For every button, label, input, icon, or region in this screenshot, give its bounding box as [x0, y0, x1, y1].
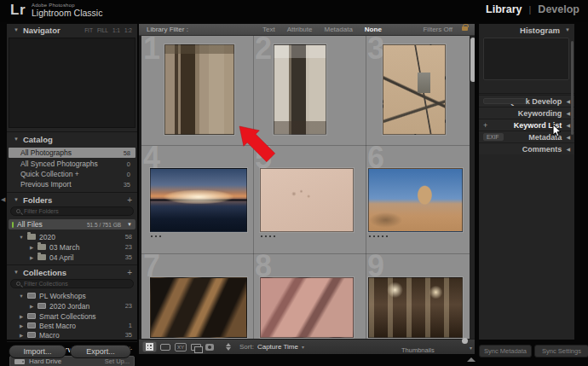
folder-item-03-march[interactable]: ▶ 03 March 23	[9, 242, 135, 252]
navigator-header[interactable]: ▼ Navigator FIT FILL 1:1 1:2	[7, 24, 137, 36]
set-up-link[interactable]: Set Up...	[105, 357, 130, 365]
photo-thumbnail-mosque-dusk-reflection[interactable]	[150, 168, 247, 232]
expand-arrow-icon[interactable]: ▶	[29, 255, 34, 260]
add-folder-button[interactable]: +	[127, 195, 132, 205]
panel-quick-develop[interactable]: Quick Develop ◀	[479, 95, 574, 107]
collection-item-macro[interactable]: ▶ Macro 35	[9, 330, 135, 340]
folder-count: 23	[125, 243, 135, 251]
sync-settings-button[interactable]: Sync Settings	[534, 345, 588, 357]
panel-comments[interactable]: Comments ◀	[479, 142, 574, 154]
collection-item-pl-workshops[interactable]: ▼ PL Workshops	[9, 291, 135, 300]
folder-item-04-april[interactable]: ▶ 04 April 35	[9, 253, 135, 262]
grid-view-button[interactable]	[143, 342, 156, 351]
sync-metadata-button[interactable]: Sync Metadata	[479, 345, 532, 357]
export-button[interactable]: Export...	[70, 345, 131, 358]
panel-keywording[interactable]: Keywording ◀	[479, 107, 574, 119]
navigator-preview[interactable]	[9, 38, 135, 128]
collection-icon	[37, 303, 46, 309]
hard-drive-icon	[14, 359, 25, 364]
sort-direction-button[interactable]	[226, 343, 231, 351]
collection-item-2020-jordan[interactable]: ▶ 2020 Jordan 23	[9, 301, 135, 311]
filmstrip-reveal-arrow[interactable]	[467, 357, 476, 362]
metadata-view-dropdown[interactable]: EXIF	[483, 133, 504, 141]
folders-header[interactable]: ▼ Folders +	[7, 194, 137, 206]
compare-view-button[interactable]: XY	[175, 343, 187, 351]
grid-cell-4[interactable]: 4	[141, 145, 253, 253]
expand-arrow-icon[interactable]: ▶	[19, 333, 24, 338]
thumbnail-slider-knob[interactable]	[462, 338, 468, 344]
volume-all-files[interactable]: All Files 51.5 / 751 GB ▼	[9, 219, 135, 229]
grid-cell-2[interactable]: 2	[253, 36, 366, 145]
grid-cell-7[interactable]: 7	[141, 253, 253, 339]
histogram-header[interactable]: Histogram ▼	[479, 24, 574, 36]
collection-item-smart-collections[interactable]: ▶ Smart Collections	[9, 311, 135, 321]
zoom-1-2[interactable]: 1:2	[124, 27, 132, 33]
filter-option-attribute[interactable]: Attribute	[287, 26, 313, 33]
module-develop[interactable]: Develop	[538, 3, 579, 15]
filters-off-dropdown[interactable]: Filters Off	[423, 26, 453, 33]
catalog-item-all-synced[interactable]: All Synced Photographs 0	[9, 159, 135, 169]
expand-arrow-icon[interactable]: ▶	[19, 314, 24, 319]
photo-thumbnail-abandoned-interior-doorway[interactable]	[164, 44, 234, 135]
survey-view-button[interactable]	[191, 342, 201, 351]
grid-cell-6[interactable]: 6	[366, 145, 470, 253]
photo-thumbnail-camel-portrait[interactable]	[368, 168, 463, 232]
histogram-display[interactable]	[483, 38, 569, 80]
catalog-header[interactable]: ▼ Catalog	[7, 133, 137, 145]
grid-cell-3[interactable]: 3	[366, 36, 470, 145]
expand-arrow-icon[interactable]: ▼	[19, 293, 24, 299]
panel-expand-icon[interactable]: ◀	[566, 122, 570, 128]
module-library[interactable]: Library	[486, 3, 522, 15]
grid-cell-8[interactable]: 8	[253, 253, 366, 339]
collection-item-best-macro[interactable]: ▶ Best Macro 1	[9, 321, 135, 330]
add-keyword-button[interactable]: +	[483, 121, 487, 130]
grid-cell-5[interactable]: 5	[253, 145, 366, 253]
catalog-item-all-photographs[interactable]: All Photographs 58	[9, 148, 135, 158]
toolbar-options-chevron[interactable]: ▾	[470, 345, 472, 351]
photo-thumbnail-wall-opening-staircase[interactable]	[274, 44, 326, 135]
filter-option-text[interactable]: Text	[262, 26, 275, 33]
sort-value-dropdown[interactable]: Capture Time	[257, 343, 298, 351]
photo-thumbnail-sand-texture-tracks[interactable]	[260, 168, 354, 232]
panel-expand-icon[interactable]: ◀	[566, 146, 570, 152]
item-label: Previous Import	[20, 180, 72, 189]
photo-thumbnail-mosque-interior[interactable]	[368, 277, 463, 338]
filter-collections-input[interactable]: Filter Collections	[10, 279, 134, 288]
expand-arrow-icon[interactable]: ▶	[29, 304, 34, 309]
loupe-view-icon	[160, 344, 170, 351]
grid-scrollbar-track[interactable]	[470, 36, 475, 339]
filter-folders-input[interactable]: Filter Folders	[10, 206, 134, 216]
zoom-fill[interactable]: FILL	[97, 27, 108, 33]
zoom-fit[interactable]: FIT	[84, 27, 93, 33]
expand-arrow-icon[interactable]: ▶	[19, 323, 24, 328]
grid-cell-1[interactable]: 1	[141, 36, 253, 145]
import-button[interactable]: Import...	[9, 345, 66, 358]
panel-expand-icon[interactable]: ◀	[566, 98, 570, 104]
filter-option-none[interactable]: None	[365, 26, 382, 33]
expand-arrow-icon[interactable]: ▼	[19, 235, 24, 240]
volume-status-led-icon	[12, 222, 14, 228]
photo-thumbnail-dark-dunes-camel[interactable]	[150, 277, 247, 338]
zoom-1-1[interactable]: 1:1	[112, 27, 120, 33]
volume-disclosure-icon[interactable]: ▼	[127, 222, 132, 227]
collections-header[interactable]: ▼ Collections +	[7, 266, 137, 278]
filter-lock-icon[interactable]	[462, 26, 468, 31]
folder-item-2020[interactable]: ▼ 2020 58	[9, 232, 135, 241]
panel-expand-icon[interactable]: ◀	[566, 110, 570, 116]
grid-scrollbar-thumb[interactable]	[470, 38, 475, 82]
catalog-item-previous-import[interactable]: Previous Import 35	[9, 179, 135, 189]
left-panel-collapse-arrow[interactable]: ◀	[1, 196, 5, 203]
add-collection-button[interactable]: +	[127, 268, 132, 277]
loupe-view-button[interactable]	[160, 342, 170, 351]
panel-expand-icon[interactable]: ◀	[566, 134, 570, 140]
catalog-item-quick-collection[interactable]: Quick Collection + 0	[9, 169, 135, 179]
expand-arrow-icon[interactable]: ▶	[29, 245, 34, 250]
photo-thumbnail-pink-dunes[interactable]	[260, 277, 354, 338]
painter-tool-button[interactable]	[205, 342, 214, 351]
filter-option-metadata[interactable]: Metadata	[324, 26, 352, 33]
grid-cell-9[interactable]: 9	[366, 253, 470, 339]
right-panel-scrollbar[interactable]	[571, 41, 574, 135]
quick-develop-preset-widget[interactable]	[483, 98, 526, 104]
photo-thumbnail-electric-meter-wall[interactable]	[383, 44, 446, 135]
library-filter-label: Library Filter :	[147, 26, 188, 33]
